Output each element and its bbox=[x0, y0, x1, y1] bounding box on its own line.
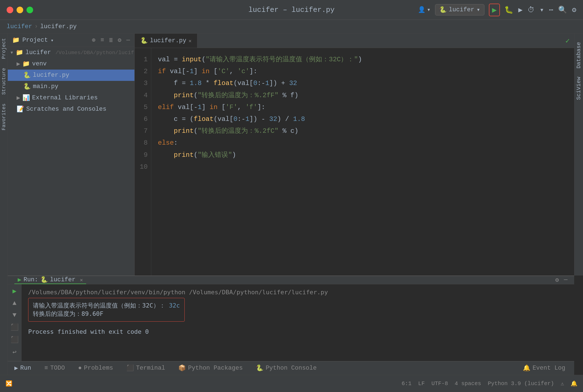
status-left: 🔀 bbox=[6, 380, 12, 387]
file-tree-header: 📁 Project ▾ ⊕ ≡ ≣ ⚙ — bbox=[8, 34, 134, 47]
venv-name: venv bbox=[32, 60, 47, 67]
tree-settings-icon[interactable]: ⚙ bbox=[118, 36, 121, 44]
tab-close-button[interactable]: ✕ bbox=[189, 38, 192, 44]
project-label-group: 📁 Project ▾ bbox=[12, 36, 54, 44]
right-sidebar: Database SciView bbox=[574, 34, 583, 276]
bottom-tab-terminal[interactable]: ⬛ Terminal bbox=[120, 361, 172, 375]
command-line: /Volumes/DBA/python/lucifer/venv/bin/pyt… bbox=[28, 289, 568, 296]
bottom-event-log-label: Event Log bbox=[532, 365, 565, 372]
run-config-button[interactable]: 🐍 lucifer ▾ bbox=[435, 4, 484, 15]
run-panel-minimize-icon[interactable]: — bbox=[564, 276, 568, 284]
tree-scratches[interactable]: 📝 Scratches and Consoles bbox=[8, 104, 134, 115]
run-tab[interactable]: ▶ Run: 🐍 lucifer ✕ bbox=[14, 276, 86, 284]
expand-icon[interactable]: ≣ bbox=[109, 36, 113, 44]
nav-file[interactable]: lucifer.py bbox=[40, 23, 77, 30]
collapse-icon[interactable]: ≡ bbox=[100, 37, 104, 44]
run-stop-icon[interactable]: ⬛ bbox=[10, 323, 19, 331]
left-vertical-sidebar: Project Structure Favorites bbox=[0, 34, 8, 375]
user-icon: 👤 bbox=[418, 6, 425, 14]
project-dropdown-icon[interactable]: ▾ bbox=[51, 37, 54, 43]
venv-chevron: ▶ bbox=[17, 60, 20, 68]
window-title: lucifer – lucifer.py bbox=[248, 6, 335, 14]
editor-tab-lucifer-py[interactable]: 🐍 lucifer.py ✕ bbox=[135, 34, 197, 48]
maximize-button[interactable] bbox=[26, 7, 33, 13]
bottom-terminal-label: Terminal bbox=[136, 365, 165, 372]
bottom-event-log-icon: 🔔 bbox=[523, 364, 530, 372]
more-actions-icon[interactable]: ⋯ bbox=[549, 6, 553, 14]
code-editor[interactable]: 1 2 3 4 5 6 7 8 9 10 val = input("请输入带温度… bbox=[135, 48, 574, 276]
profile-icon[interactable]: ⏱ bbox=[528, 6, 535, 14]
close-button[interactable] bbox=[7, 7, 13, 13]
profile-chevron[interactable]: ▾ bbox=[540, 6, 544, 14]
minimize-button[interactable] bbox=[17, 7, 23, 13]
run-panel-settings-icon[interactable]: ⚙ bbox=[555, 276, 559, 284]
sciview-label[interactable]: SciView bbox=[576, 77, 582, 100]
lucifer-py-name: lucifer.py bbox=[33, 72, 69, 79]
status-indent[interactable]: 4 spaces bbox=[455, 380, 481, 387]
output-box: 请输入带温度表示符号的温度值（例如：32C）： 32c 转换后的温度为：89.6… bbox=[28, 298, 185, 322]
run-button-highlighted[interactable]: ▶ bbox=[489, 4, 500, 16]
database-label[interactable]: Database bbox=[576, 42, 582, 68]
tree-external-libs[interactable]: ▶ 📊 External Libraries bbox=[8, 92, 134, 104]
user-button[interactable]: 👤 ▾ bbox=[418, 6, 431, 14]
user-chevron: ▾ bbox=[427, 6, 431, 14]
bottom-tab-python-packages[interactable]: 📦 Python Packages bbox=[172, 361, 249, 375]
main-py-icon: 🐍 bbox=[23, 83, 31, 90]
run-wrap-icon[interactable]: ↩ bbox=[12, 348, 16, 356]
tree-lucifer-py[interactable]: 🐍 lucifer.py bbox=[8, 70, 134, 81]
tree-minimize-icon[interactable]: — bbox=[126, 37, 130, 44]
status-right: 6:1 LF UTF-8 4 spaces Python 3.9 (lucife… bbox=[402, 380, 577, 387]
status-position[interactable]: 6:1 bbox=[402, 380, 412, 387]
structure-side-label[interactable]: Structure bbox=[0, 63, 7, 99]
bottom-tab-todo[interactable]: ≡ TODO bbox=[38, 361, 71, 375]
tree-venv-folder[interactable]: ▶ 📁 venv bbox=[8, 58, 134, 70]
bottom-tab-python-console[interactable]: 🐍 Python Console bbox=[249, 361, 323, 375]
run-lucifer-label: lucifer bbox=[50, 276, 75, 283]
coverage-icon[interactable]: ▶ bbox=[518, 6, 523, 14]
status-python[interactable]: Python 3.9 (lucifer) bbox=[488, 380, 554, 387]
status-encoding[interactable]: UTF-8 bbox=[431, 380, 448, 387]
nav-project[interactable]: lucifer bbox=[7, 23, 32, 30]
bottom-nav-bar: ▶ Run ≡ TODO ● Problems ⬛ Terminal 📦 Pyt… bbox=[8, 361, 574, 375]
bottom-run-label: Run bbox=[20, 365, 31, 372]
editor-area: 🐍 lucifer.py ✕ ✓ 1 2 3 4 5 6 7 8 9 10 va… bbox=[135, 34, 574, 276]
tree-main-py[interactable]: 🐍 main.py bbox=[8, 81, 134, 92]
output-prompt-text: 请输入带温度表示符号的温度值（例如：32C）： bbox=[33, 302, 165, 309]
title-right-controls: 👤 ▾ 🐍 lucifer ▾ ▶ 🐛 ▶ ⏱ ▾ ⋯ 🔍 ⚙ bbox=[418, 4, 576, 16]
lucifer-py-icon: 🐍 bbox=[23, 71, 31, 79]
tree-root-folder[interactable]: ▾ 📁 lucifer /Volumes/DBA/python/lucifer bbox=[8, 47, 134, 58]
bottom-nav-tabs-left: ▶ Run ≡ TODO ● Problems ⬛ Terminal 📦 Pyt… bbox=[8, 361, 323, 375]
status-notifications-icon: 🔔 bbox=[571, 380, 577, 387]
main-layout: 📁 Project ▾ ⊕ ≡ ≣ ⚙ — ▾ 📁 lucifer /Volum… bbox=[0, 34, 583, 276]
run-play-icon[interactable]: ▶ bbox=[12, 287, 16, 295]
status-line-ending[interactable]: LF bbox=[418, 380, 425, 387]
root-folder-path: /Volumes/DBA/python/lucifer bbox=[55, 50, 135, 56]
file-saved-checkmark: ✓ bbox=[565, 36, 570, 45]
favorites-side-label[interactable]: Favorites bbox=[0, 99, 7, 135]
run-tab-icon: ▶ bbox=[18, 276, 21, 284]
bottom-run-panel: ▶ Run: 🐍 lucifer ✕ ⚙ — ▶ ▲ ▼ ⬛ ⬛ ↩ ≡ 🖨 📌 bbox=[8, 276, 574, 375]
file-tree-panel: 📁 Project ▾ ⊕ ≡ ≣ ⚙ — ▾ 📁 lucifer /Volum… bbox=[8, 34, 135, 276]
run-config-py-icon: 🐍 bbox=[439, 6, 447, 14]
run-scroll-up-icon[interactable]: ▲ bbox=[12, 300, 16, 307]
ext-libs-name: External Libraries bbox=[32, 94, 98, 101]
bottom-tab-run[interactable]: ▶ Run bbox=[8, 361, 38, 375]
run-scroll-down-icon[interactable]: ▼ bbox=[12, 311, 16, 319]
nav-bar: lucifer › lucifer.py bbox=[0, 20, 583, 34]
bottom-py-packages-label: Python Packages bbox=[188, 365, 243, 372]
settings-icon[interactable]: ⚙ bbox=[572, 6, 576, 14]
run-tab-close[interactable]: ✕ bbox=[80, 277, 83, 283]
title-bar: lucifer – lucifer.py 👤 ▾ 🐍 lucifer ▾ ▶ 🐛… bbox=[0, 0, 583, 20]
bottom-tab-event-log[interactable]: 🔔 Event Log bbox=[516, 361, 572, 375]
run-panel-icons: ⚙ — bbox=[555, 276, 568, 284]
run-stop2-icon[interactable]: ⬛ bbox=[10, 336, 19, 344]
debug-icon[interactable]: 🐛 bbox=[504, 6, 513, 14]
ext-libs-icon: 📊 bbox=[22, 94, 30, 102]
search-icon[interactable]: 🔍 bbox=[558, 6, 567, 14]
bottom-todo-icon: ≡ bbox=[44, 365, 48, 372]
add-icon[interactable]: ⊕ bbox=[92, 36, 96, 44]
bottom-tab-problems[interactable]: ● Problems bbox=[71, 361, 120, 375]
project-side-label[interactable]: Project bbox=[0, 34, 7, 63]
code-content[interactable]: val = input("请输入带温度表示符号的温度值（例如：32C）：") i… bbox=[151, 48, 574, 276]
nav-separator-1: › bbox=[34, 23, 38, 30]
